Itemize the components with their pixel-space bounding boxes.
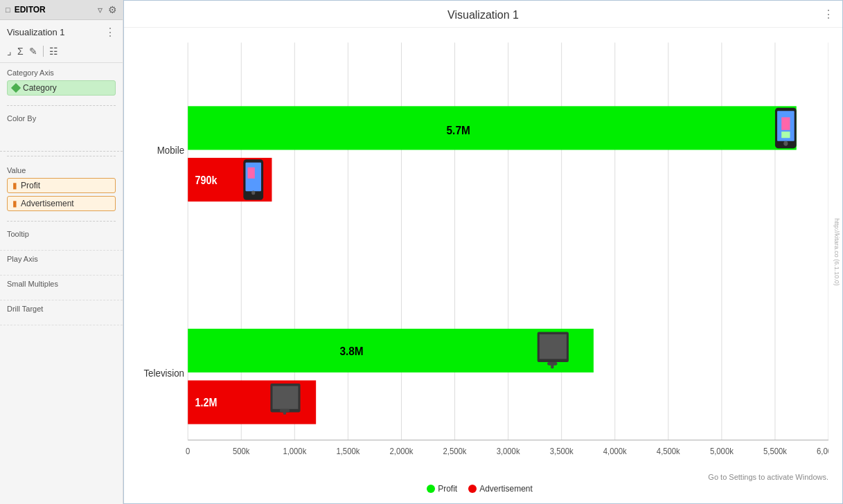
mobile-ad-label: 790k: [195, 174, 217, 186]
x-label-5500k: 5,500k: [763, 447, 787, 457]
advertisement-legend-label: Advertisement: [479, 484, 533, 494]
x-label-3000k: 3,000k: [497, 447, 520, 457]
kitara-watermark: http://kitara.co (6.1.10.0): [833, 218, 840, 286]
sidebar-header-icons[interactable]: ▿ ⚙: [98, 4, 117, 15]
tv-screen-2: [272, 386, 298, 409]
mobile-profit-label: 5.7M: [447, 123, 470, 136]
tv-screen-icon: [540, 334, 567, 359]
sidebar: □ EDITOR ▿ ⚙ Visualization 1 ⋮ ⌟ Σ ✎ ☷ C…: [0, 0, 123, 504]
divider-1: [7, 105, 116, 106]
divider-3: [7, 221, 116, 222]
sigma-icon[interactable]: Σ: [17, 46, 24, 57]
advertisement-pill-text: Advertisement: [21, 199, 74, 208]
x-label-2500k: 2,500k: [443, 447, 467, 457]
tooltip-label: Tooltip: [7, 230, 116, 238]
mobile-label: Mobile: [157, 145, 184, 156]
sidebar-header-left: □ EDITOR: [6, 5, 46, 15]
phone-screen-detail-3: [248, 168, 255, 179]
chart-title: Visualization 1: [447, 9, 519, 21]
profit-icon: ▮: [12, 181, 17, 190]
x-label-0: 0: [186, 447, 190, 457]
paint-icon[interactable]: ✎: [29, 46, 37, 57]
x-label-4000k: 4,000k: [603, 447, 627, 457]
category-diamond-icon: [11, 83, 21, 93]
drill-target-label: Drill Target: [7, 305, 116, 313]
x-label-2000k: 2,000k: [390, 447, 414, 457]
profit-legend-dot: [427, 485, 435, 493]
windows-watermark: Go to Settings to activate Windows.: [708, 471, 828, 483]
tv-label: Television: [143, 367, 184, 379]
sidebar-title-row: Visualization 1 ⋮: [0, 20, 123, 43]
sliders-icon[interactable]: ☷: [49, 46, 58, 57]
sidebar-header: □ EDITOR ▿ ⚙: [0, 0, 123, 20]
tv-leg-icon: [551, 363, 553, 368]
mobile-profit-bar[interactable]: [188, 106, 797, 150]
chart-svg-container: Mobile 5.7M 790k: [131, 35, 828, 480]
value-section: Value ▮ Profit ▮ Advertisement: [0, 161, 123, 217]
tv-leg-2: [283, 411, 286, 415]
legend-advertisement: Advertisement: [468, 484, 533, 494]
activate-windows-text: Go to Settings to activate Windows.: [708, 471, 828, 483]
filter-icon[interactable]: ▿: [98, 4, 103, 15]
x-label-4500k: 4,500k: [657, 447, 680, 457]
x-label-6000k: 6,000k: [817, 447, 828, 457]
category-axis-section: Category Axis Category: [0, 63, 123, 101]
tv-ad-label: 1.2M: [195, 397, 217, 409]
profit-pill-text: Profit: [21, 181, 40, 190]
phone-button-icon: [783, 141, 788, 146]
legend-profit: Profit: [427, 484, 457, 494]
value-label: Value: [7, 166, 116, 174]
editor-icon: □: [6, 6, 10, 14]
shape-icon[interactable]: ⌟: [7, 46, 12, 57]
chart-area: Mobile 5.7M 790k: [124, 28, 842, 503]
category-pill-text: Category: [23, 83, 57, 93]
phone-screen-detail2: [781, 132, 790, 138]
small-multiples-label: Small Multiples: [7, 280, 116, 288]
toolbar-divider: [43, 46, 44, 57]
phone-button-2: [251, 191, 255, 195]
drill-target-section: Drill Target: [0, 300, 123, 325]
advertisement-icon: ▮: [12, 199, 17, 208]
x-label-1500k: 1,500k: [336, 447, 360, 457]
editor-label: EDITOR: [15, 5, 46, 15]
phone-screen-detail: [781, 117, 790, 129]
x-label-3500k: 3,500k: [550, 447, 574, 457]
sidebar-toolbar: ⌟ Σ ✎ ☷: [0, 43, 123, 63]
play-axis-section: Play Axis: [0, 251, 123, 276]
small-multiples-section: Small Multiples: [0, 276, 123, 300]
profit-legend-label: Profit: [438, 484, 457, 494]
category-axis-label: Category Axis: [7, 69, 116, 77]
color-by-section: Color By: [0, 110, 123, 152]
settings-icon[interactable]: ⚙: [108, 4, 117, 15]
x-label-1000k: 1,000k: [283, 447, 306, 457]
main-panel: Visualization 1 ⋮ Mobil: [123, 0, 843, 504]
play-axis-label: Play Axis: [7, 255, 116, 263]
color-by-label: Color By: [7, 114, 116, 123]
tv-profit-bar[interactable]: [188, 329, 594, 372]
visualization-options-button[interactable]: ⋮: [105, 26, 116, 39]
category-pill[interactable]: Category: [7, 80, 116, 96]
chart-svg: Mobile 5.7M 790k: [131, 35, 828, 480]
tooltip-section: Tooltip: [0, 226, 123, 251]
tv-profit-label: 3.8M: [339, 344, 363, 357]
main-header: Visualization 1 ⋮: [124, 1, 842, 28]
x-label-500k: 500k: [233, 447, 249, 457]
advertisement-legend-dot: [468, 485, 477, 493]
divider-2: [7, 156, 116, 156]
advertisement-pill[interactable]: ▮ Advertisement: [7, 196, 116, 211]
profit-pill[interactable]: ▮ Profit: [7, 178, 116, 193]
visualization-title: Visualization 1: [7, 27, 65, 37]
x-label-5000k: 5,000k: [710, 447, 734, 457]
kitara-watermark-container: http://kitara.co (6.1.10.0): [831, 1, 842, 503]
